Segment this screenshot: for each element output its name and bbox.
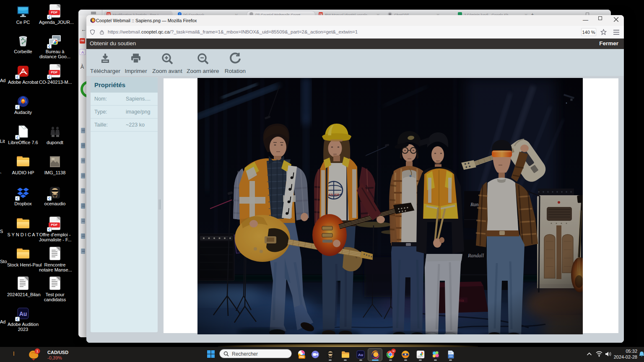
svg-text:Au: Au bbox=[19, 310, 27, 317]
svg-text:M: M bbox=[392, 350, 395, 352]
svg-text:1: 1 bbox=[36, 349, 38, 353]
svg-text:Au: Au bbox=[358, 353, 363, 357]
